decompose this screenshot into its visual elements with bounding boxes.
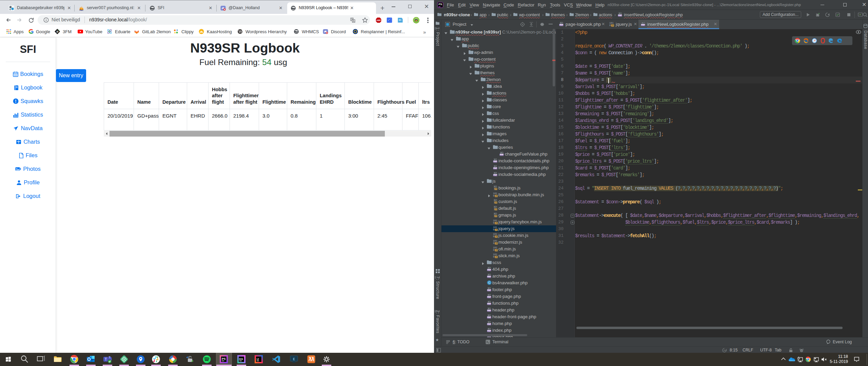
svg-text:0: 0 — [493, 249, 494, 251]
svg-text:PHP: PHP — [500, 154, 504, 156]
svg-text:DG: DG — [239, 358, 243, 361]
svg-text:ABP: ABP — [376, 19, 381, 21]
svg-text:JS: JS — [495, 242, 498, 244]
svg-text:PHP: PHP — [487, 316, 491, 318]
svg-text:JS: JS — [495, 236, 498, 238]
svg-text:PMA: PMA — [79, 9, 83, 11]
svg-text:JS: JS — [495, 222, 498, 224]
svg-text:JS: JS — [495, 188, 497, 190]
svg-text:4: 4 — [724, 349, 725, 351]
svg-text:PHP: PHP — [487, 309, 491, 311]
svg-text:FI: FI — [399, 19, 401, 22]
svg-text:PS: PS — [222, 357, 226, 361]
svg-text:0: 0 — [493, 222, 494, 224]
svg-text:0: 0 — [493, 195, 494, 197]
svg-text:0: 0 — [493, 228, 494, 231]
svg-text:JS: JS — [495, 215, 497, 217]
svg-text:JS: JS — [495, 201, 497, 203]
svg-text:PHP: PHP — [493, 167, 497, 169]
svg-text:C: C — [488, 281, 491, 284]
svg-text:0: 0 — [493, 235, 494, 238]
svg-text:E: E — [293, 358, 295, 361]
svg-text:PHP: PHP — [493, 174, 497, 176]
svg-text:PHP: PHP — [641, 24, 645, 26]
svg-text:IJ: IJ — [257, 358, 259, 361]
svg-text:PHP: PHP — [487, 330, 491, 332]
svg-text:JS: JS — [495, 256, 498, 258]
svg-text:JS: JS — [495, 195, 498, 197]
svg-text:3f: 3f — [56, 30, 59, 33]
svg-text:0: 0 — [493, 242, 494, 245]
svg-text:PHP: PHP — [487, 323, 491, 325]
svg-text:PHP: PHP — [618, 14, 622, 16]
svg-text:0: 0 — [493, 256, 494, 258]
svg-text:JS: JS — [612, 24, 614, 26]
svg-text:0: 0 — [609, 24, 611, 27]
svg-text:PHP: PHP — [487, 276, 491, 278]
svg-text:PHP: PHP — [487, 303, 491, 305]
svg-text:PHP: PHP — [493, 160, 497, 162]
svg-text:PHP: PHP — [559, 24, 563, 26]
svg-text:JS: JS — [495, 229, 498, 231]
svg-text:T: T — [105, 358, 107, 361]
svg-text:PHP: PHP — [487, 289, 491, 291]
svg-text:JS: JS — [495, 208, 497, 210]
svg-text:JS: JS — [495, 249, 498, 251]
svg-text:PHP: PHP — [487, 269, 491, 271]
svg-text:PHP: PHP — [487, 296, 491, 298]
